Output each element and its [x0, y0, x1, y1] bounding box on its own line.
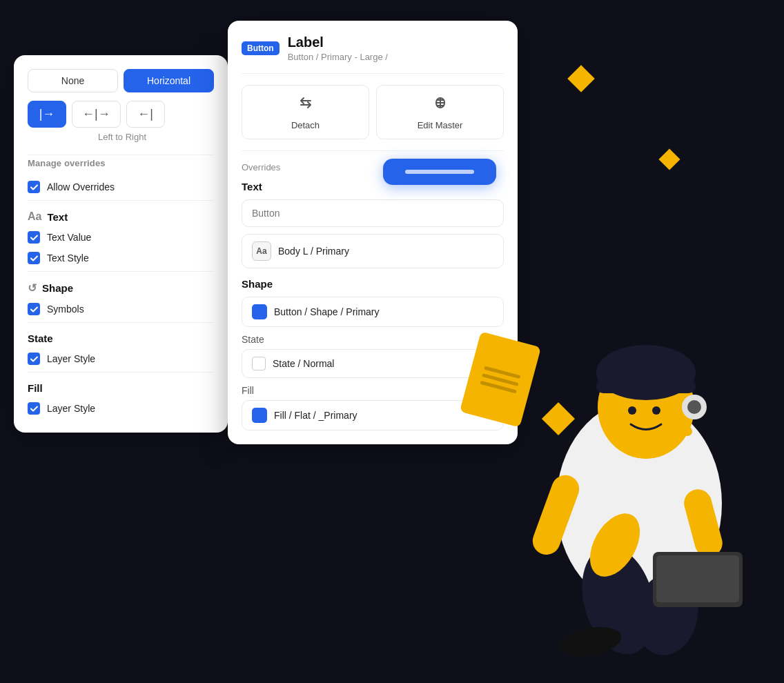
- flow-left-to-right-button[interactable]: |→: [28, 101, 66, 128]
- svg-point-11: [628, 406, 636, 415]
- state-layer-style-row: Layer Style: [28, 348, 214, 369]
- component-header: Button Label Button / Primary - Large /: [242, 34, 504, 74]
- component-title: Label: [288, 34, 388, 50]
- text-style-icon: Aa: [252, 241, 271, 261]
- allow-overrides-row: Allow Overrides: [28, 177, 214, 197]
- state-layer-style-checkbox[interactable]: [28, 353, 40, 365]
- allow-overrides-checkbox[interactable]: [28, 181, 40, 193]
- shape-selector[interactable]: Button / Shape / Primary: [242, 297, 504, 327]
- state-layer-style-label: Layer Style: [47, 353, 95, 364]
- edit-master-label: Edit Master: [418, 120, 463, 130]
- state-swatch: [252, 357, 266, 370]
- state-category-header: State: [28, 326, 214, 348]
- illustration: [508, 214, 770, 683]
- edit-master-button[interactable]: Edit Master: [376, 85, 504, 139]
- text-style-value: Body L / Primary: [278, 246, 349, 257]
- flow-ltr-icon: |→: [39, 107, 55, 121]
- symbols-checkbox[interactable]: [28, 303, 40, 315]
- edit-master-icon: [431, 94, 449, 116]
- divider-3: [28, 271, 214, 272]
- shape-section-title: Shape: [242, 278, 504, 290]
- state-selector[interactable]: State / Normal: [242, 349, 504, 378]
- direction-row: None Horizontal: [28, 69, 214, 92]
- text-value-input[interactable]: [242, 199, 504, 227]
- svg-point-15: [683, 426, 692, 436]
- svg-rect-10: [596, 379, 696, 393]
- shape-category-label: Shape: [42, 282, 73, 294]
- state-label: State: [242, 334, 504, 345]
- blue-pill-bar: [405, 170, 474, 174]
- direction-none-button[interactable]: None: [28, 69, 118, 92]
- fill-swatch: [252, 408, 267, 423]
- divider-1: [28, 155, 214, 155]
- detach-icon: [297, 94, 315, 116]
- fill-category-header: Fill: [28, 375, 214, 398]
- divider-5: [28, 372, 214, 373]
- component-subtitle: Button / Primary - Large /: [288, 52, 388, 62]
- fill-layer-style-checkbox[interactable]: [28, 402, 40, 415]
- svg-point-12: [652, 406, 660, 415]
- svg-point-14: [687, 400, 701, 414]
- shape-color-swatch: [252, 304, 267, 319]
- text-value-row: Text Value: [28, 227, 214, 248]
- fill-value: Fill / Flat / _Primary: [274, 410, 357, 421]
- flow-row: |→ ←|→ ←|: [28, 101, 214, 128]
- detach-button[interactable]: Detach: [242, 85, 369, 139]
- text-style-label: Text Style: [47, 253, 89, 264]
- text-value-checkbox[interactable]: [28, 231, 40, 244]
- state-category-label: State: [28, 333, 53, 344]
- shape-value: Button / Shape / Primary: [274, 306, 380, 317]
- flow-center-icon: ←|→: [82, 107, 110, 121]
- fill-category-label: Fill: [28, 382, 43, 394]
- text-category-label: Text: [47, 211, 68, 223]
- text-category-header: Aa Text: [28, 204, 214, 227]
- text-value-label: Text Value: [47, 232, 91, 243]
- component-badge: Button: [242, 41, 280, 55]
- left-panel: None Horizontal |→ ←|→ ←| Left to Right …: [14, 55, 228, 433]
- separator-1: [242, 150, 504, 151]
- shape-category-icon: ↺: [28, 281, 37, 295]
- component-title-group: Label Button / Primary - Large /: [288, 34, 388, 62]
- symbols-label: Symbols: [47, 304, 84, 315]
- blue-pill-overlay: [383, 159, 496, 185]
- manage-overrides-label: Manage overrides: [28, 158, 214, 168]
- action-buttons: Detach Edit Master: [242, 85, 504, 139]
- direction-horizontal-button[interactable]: Horizontal: [124, 69, 214, 92]
- shape-category-header: ↺ Shape: [28, 275, 214, 299]
- detach-label: Detach: [291, 120, 320, 130]
- fill-layer-style-label: Layer Style: [47, 403, 95, 414]
- symbols-row: Symbols: [28, 299, 214, 319]
- flow-right-to-left-button[interactable]: ←|: [126, 101, 165, 128]
- allow-overrides-label: Allow Overrides: [47, 181, 115, 192]
- text-style-row: Text Style: [28, 248, 214, 268]
- flow-rtl-icon: ←|: [137, 107, 153, 121]
- state-value: State / Normal: [273, 358, 334, 369]
- text-style-checkbox[interactable]: [28, 252, 40, 264]
- flow-label: Left to Right: [28, 132, 214, 142]
- fill-layer-style-row: Layer Style: [28, 398, 214, 419]
- text-category-icon: Aa: [28, 210, 41, 223]
- flow-center-button[interactable]: ←|→: [72, 101, 121, 128]
- divider-2: [28, 200, 214, 201]
- divider-4: [28, 322, 214, 323]
- text-style-selector[interactable]: Aa Body L / Primary: [242, 234, 504, 268]
- svg-rect-7: [656, 555, 739, 602]
